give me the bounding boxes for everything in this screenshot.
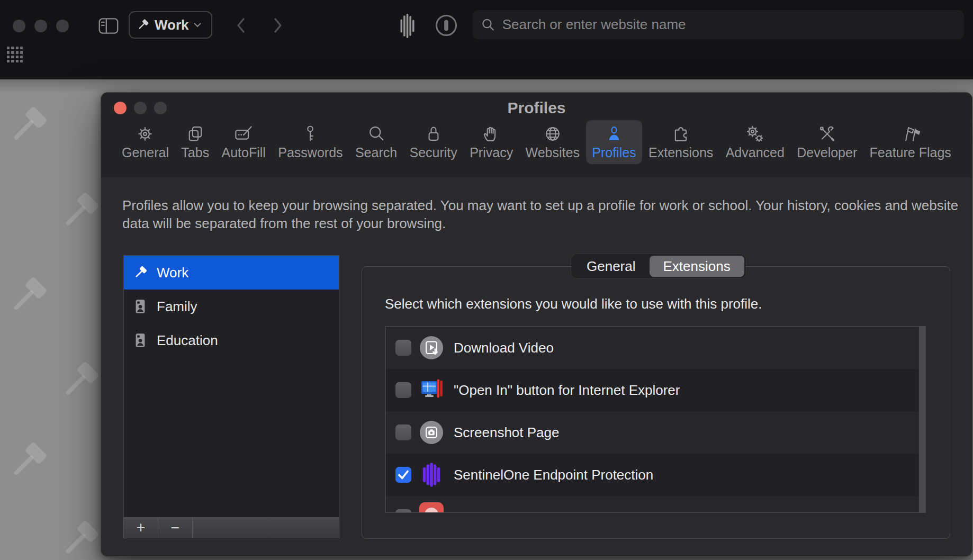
id-badge-icon	[132, 332, 148, 348]
address-bar[interactable]	[473, 10, 964, 39]
chevron-down-icon	[194, 23, 201, 28]
extension-checkbox[interactable]	[395, 340, 411, 356]
extension-row-sentinelone[interactable]: SentinelOne Endpoint Protection	[386, 454, 925, 496]
profile-row-label: Work	[157, 265, 188, 281]
profile-row-education[interactable]: Education	[124, 323, 339, 357]
profile-switcher-label: Work	[155, 17, 189, 33]
extension-checkbox[interactable]	[395, 424, 411, 440]
apps-grid-icon[interactable]	[7, 47, 23, 62]
magnifier-icon	[481, 17, 495, 32]
extensions-scrollbar[interactable]	[918, 327, 925, 512]
tab-general[interactable]: General	[116, 120, 175, 164]
extension-checkbox[interactable]	[395, 467, 411, 483]
flags-icon	[900, 124, 921, 143]
add-profile-button[interactable]: +	[124, 518, 158, 538]
settings-titlebar: Profiles General	[101, 93, 972, 178]
lock-icon	[424, 124, 443, 143]
person-icon	[605, 124, 624, 143]
hand-icon	[482, 124, 501, 143]
tab-tabs[interactable]: Tabs	[175, 120, 215, 164]
key-icon	[301, 124, 320, 143]
segment-extensions[interactable]: Extensions	[650, 256, 744, 277]
screenshot-icon	[419, 420, 444, 445]
tab-feature-flags[interactable]: Feature Flags	[864, 120, 957, 164]
hammer-watermark-icon	[4, 438, 51, 485]
id-badge-icon	[132, 299, 148, 314]
magnifier-icon	[367, 124, 386, 143]
extension-checkbox[interactable]	[395, 509, 411, 513]
extension-row-download-video[interactable]: Download Video	[386, 327, 925, 369]
gear-icon	[136, 124, 155, 143]
settings-toolbar: General Tabs	[101, 120, 972, 173]
hammer-icon	[132, 265, 148, 281]
screen: Work	[0, 0, 973, 560]
zoom-window-button[interactable]	[56, 20, 69, 32]
profile-switcher-button[interactable]: Work	[129, 11, 212, 39]
tab-security[interactable]: Security	[404, 120, 463, 164]
forward-button[interactable]	[268, 15, 287, 36]
tabs-icon	[186, 124, 205, 143]
profiles-list: Work Family Education	[123, 255, 339, 518]
minimize-window-button[interactable]	[34, 20, 47, 32]
segment-general[interactable]: General	[573, 256, 650, 277]
extensions-list: Download Video "Open In" button for Inte…	[385, 326, 926, 513]
back-button[interactable]	[232, 15, 251, 36]
tab-developer[interactable]: Developer	[791, 120, 863, 164]
settings-window: Profiles General	[101, 92, 972, 557]
extension-row-partial[interactable]	[386, 496, 925, 513]
autofill-icon	[234, 124, 253, 143]
profile-row-family[interactable]: Family	[124, 290, 339, 323]
extensions-instruction: Select which extensions you would like t…	[385, 296, 762, 312]
close-window-button[interactable]	[13, 20, 25, 32]
internet-explorer-icon	[419, 378, 444, 402]
tab-advanced[interactable]: Advanced	[720, 120, 790, 164]
hammer-watermark-icon	[4, 103, 51, 149]
gears-icon	[745, 124, 764, 143]
puzzle-icon	[671, 124, 690, 143]
tab-privacy[interactable]: Privacy	[464, 120, 519, 164]
tab-profiles[interactable]: Profiles	[586, 120, 642, 164]
tab-extensions[interactable]: Extensions	[643, 120, 719, 164]
tab-passwords[interactable]: Passwords	[272, 120, 348, 164]
extension-checkbox[interactable]	[395, 382, 411, 398]
profile-row-label: Family	[157, 299, 197, 315]
settings-window-title: Profiles	[101, 99, 972, 117]
download-video-icon	[419, 336, 444, 360]
hammer-icon	[136, 18, 150, 32]
hammer-watermark-icon	[56, 358, 103, 404]
profile-row-label: Education	[157, 332, 218, 349]
hammer-watermark-icon	[4, 273, 51, 320]
hammer-watermark-icon	[56, 188, 103, 235]
onepassword-toolbar-icon[interactable]	[434, 13, 458, 38]
profiles-description: Profiles allow you to keep your browsing…	[122, 196, 959, 232]
checkmark-icon	[395, 467, 411, 483]
hammer-watermark-icon	[56, 517, 103, 560]
profiles-list-toolbar: + −	[123, 518, 339, 538]
browser-chrome: Work	[0, 0, 973, 79]
tools-icon	[817, 124, 836, 143]
blocker-icon	[419, 502, 444, 513]
tab-autofill[interactable]: AutoFill	[216, 120, 272, 164]
extension-row-screenshot-page[interactable]: Screenshot Page	[386, 411, 925, 454]
globe-icon	[543, 124, 562, 143]
extension-row-open-in-ie[interactable]: "Open In" button for Internet Explorer	[386, 369, 925, 411]
remove-profile-button[interactable]: −	[158, 518, 193, 538]
search-input[interactable]	[501, 16, 956, 33]
profile-row-work[interactable]: Work	[124, 256, 339, 290]
tab-search[interactable]: Search	[349, 120, 403, 164]
tab-websites[interactable]: Websites	[520, 120, 585, 164]
sentinelone-toolbar-icon[interactable]	[398, 13, 416, 39]
sidebar-toggle-icon[interactable]	[97, 16, 120, 36]
sentinelone-icon	[419, 463, 444, 487]
detail-segmented-control: General Extensions	[571, 254, 746, 278]
